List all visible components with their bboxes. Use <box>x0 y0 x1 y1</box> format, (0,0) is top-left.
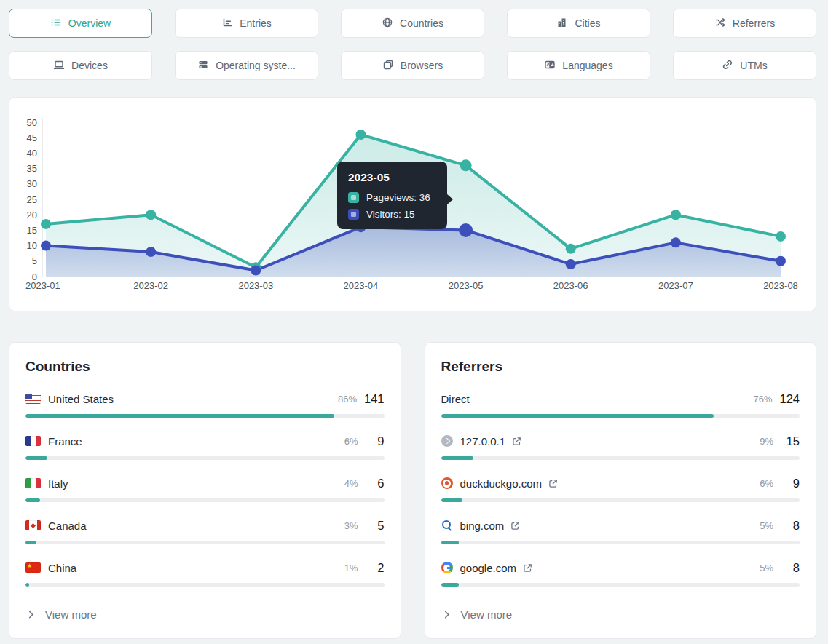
x-tick-label: 2023-01 <box>25 280 60 291</box>
view-more-label: View more <box>461 608 513 621</box>
france-flag-icon <box>25 436 41 446</box>
view-more-button[interactable]: View more <box>25 605 385 624</box>
pageviews-point[interactable] <box>146 210 156 220</box>
row-label: Canada <box>48 520 87 532</box>
stat-row: United States 86% 141 <box>25 391 385 418</box>
x-tick-label: 2023-06 <box>553 280 588 291</box>
external-link-icon[interactable] <box>510 520 521 531</box>
visitors-point[interactable] <box>566 259 576 269</box>
stat-row: duckduckgo.com 6% 9 <box>441 475 800 502</box>
row-progress-track <box>25 498 385 502</box>
tab-countries[interactable]: Countries <box>341 9 484 38</box>
visitors-point[interactable] <box>459 223 473 237</box>
row-progress-track <box>25 414 385 418</box>
chevron-right-icon <box>25 609 36 620</box>
y-tick-label: 45 <box>27 132 37 143</box>
y-tick-label: 20 <box>27 210 37 220</box>
stat-row: bing.com 5% 8 <box>441 517 800 544</box>
row-count: 8 <box>781 519 800 533</box>
tab-entries[interactable]: Entries <box>175 9 318 38</box>
tab-cities[interactable]: Cities <box>507 9 650 38</box>
view-more-button[interactable]: View more <box>441 605 800 624</box>
row-progress-fill <box>25 541 36 544</box>
row-progress-track <box>441 541 800 544</box>
chart-card: 051015202530354045502023-012023-022023-0… <box>9 97 816 311</box>
pageviews-point[interactable] <box>460 159 472 171</box>
tab-languages[interactable]: AZ Languages <box>507 51 650 80</box>
pageviews-point[interactable] <box>41 219 51 229</box>
visitors-point[interactable] <box>41 241 51 251</box>
external-link-icon[interactable] <box>548 478 559 489</box>
stat-row: Direct 76% 124 <box>441 391 800 418</box>
pageviews-point[interactable] <box>776 231 786 242</box>
tooltip-row-label: Visitors: 15 <box>366 209 415 220</box>
row-label: 127.0.0.1 <box>460 435 506 448</box>
legend-chip-icon <box>348 209 359 220</box>
tooltip-row: Visitors: 15 <box>348 209 436 220</box>
y-tick-label: 50 <box>27 117 37 128</box>
external-link-icon[interactable] <box>522 562 533 573</box>
y-tick-label: 5 <box>32 255 37 266</box>
visitors-point[interactable] <box>251 266 261 276</box>
link-icon <box>722 59 733 73</box>
stat-row: China 1% 2 <box>25 560 385 587</box>
row-percent: 9% <box>760 436 773 447</box>
row-label: France <box>48 435 82 448</box>
row-progress-track <box>25 541 385 544</box>
tab-label: Browsers <box>401 60 443 71</box>
default-favicon-icon <box>441 435 453 447</box>
row-label: duckduckgo.com <box>460 477 543 490</box>
pageviews-point[interactable] <box>671 210 681 220</box>
breakdown-cards: Countries United States 86% 141 France <box>9 342 816 639</box>
tab-devices[interactable]: Devices <box>9 51 152 80</box>
svg-text:A: A <box>547 62 551 67</box>
x-tick-label: 2023-08 <box>763 280 798 291</box>
stat-row: Italy 4% 6 <box>25 475 385 502</box>
laptop-icon <box>53 59 65 73</box>
visitors-point[interactable] <box>776 256 786 266</box>
tab-label: Countries <box>400 17 443 29</box>
y-tick-label: 30 <box>27 178 37 189</box>
tab-label: UTMs <box>740 60 767 71</box>
row-progress-fill <box>441 414 714 418</box>
row-progress-fill <box>25 498 40 502</box>
row-progress-track <box>25 583 385 587</box>
analytics-dashboard: Overview Entries Countries Cities Referr… <box>0 0 828 644</box>
tab-referrers[interactable]: Referrers <box>673 9 816 38</box>
tab-overview[interactable]: Overview <box>9 9 152 38</box>
row-percent: 3% <box>344 520 358 531</box>
tab-operating-syste[interactable]: Operating syste... <box>175 51 318 80</box>
browsers-icon <box>382 59 394 73</box>
row-percent: 6% <box>344 436 358 447</box>
tooltip-row: Pageviews: 36 <box>348 192 436 203</box>
chevron-right-icon <box>441 609 452 620</box>
china-flag-icon <box>25 562 41 573</box>
tab-browsers[interactable]: Browsers <box>341 51 484 80</box>
row-progress-fill <box>25 414 334 418</box>
row-progress-fill <box>441 583 460 587</box>
pageviews-point[interactable] <box>355 130 366 140</box>
tab-label: Devices <box>71 60 108 71</box>
duckduckgo-favicon-icon <box>441 477 453 489</box>
row-progress-fill <box>25 583 29 587</box>
row-count: 6 <box>366 477 385 490</box>
stat-row: Canada 3% 5 <box>25 517 385 544</box>
row-progress-fill <box>441 541 460 544</box>
us-flag-icon <box>25 394 41 404</box>
legend-chip-icon <box>348 192 359 203</box>
tooltip-row-label: Pageviews: 36 <box>366 192 430 203</box>
visitors-point[interactable] <box>146 247 156 257</box>
tab-label: Entries <box>240 17 272 29</box>
tab-label: Referrers <box>733 17 775 29</box>
x-tick-label: 2023-02 <box>133 280 168 291</box>
row-progress-fill <box>441 498 463 502</box>
google-favicon-icon <box>441 562 453 573</box>
tab-utms[interactable]: UTMs <box>673 51 816 80</box>
x-tick-label: 2023-04 <box>344 280 379 291</box>
external-link-icon[interactable] <box>511 436 522 447</box>
visitors-point[interactable] <box>671 237 681 247</box>
y-tick-label: 40 <box>27 148 37 159</box>
pageviews-point[interactable] <box>566 244 576 254</box>
city-icon <box>556 17 568 31</box>
row-percent: 5% <box>760 562 773 573</box>
